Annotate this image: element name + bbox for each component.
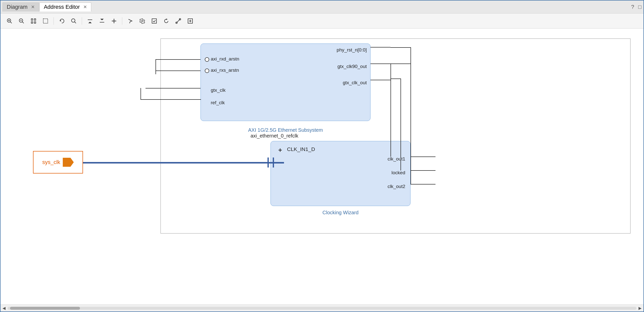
axi-port-rxd-arstn: axi_rxd_arstn: [211, 56, 239, 62]
tab-bar: Diagram ✕ Address Editor ✕ ? □: [0, 0, 644, 14]
wire-locked-h: [390, 78, 401, 79]
tab-address-editor[interactable]: Address Editor ✕: [40, 2, 91, 12]
clk-out1-label: clk_out1: [388, 156, 405, 162]
sep2: [82, 17, 82, 25]
collapse-all-button[interactable]: [85, 16, 95, 26]
select-button[interactable]: [40, 16, 50, 26]
clk-out2-label: clk_out2: [388, 184, 405, 189]
tab-diagram[interactable]: Diagram ✕: [2, 2, 39, 12]
wire-phy-rst: [370, 47, 390, 48]
wire-clk-out2-v: [410, 47, 411, 184]
svg-marker-23: [166, 18, 168, 20]
bus-connector: [268, 158, 274, 168]
canvas-area[interactable]: phy_rst_n[0:0] gtx_clk90_out gtx_clk_out…: [0, 28, 644, 304]
svg-rect-7: [31, 19, 33, 20]
refclk-label: axi_ethernet_0_refclk: [250, 133, 298, 139]
wire-clk-out1-v: [390, 64, 391, 157]
axi-port-gtx-clk90: gtx_clk90_out: [338, 64, 367, 69]
sys-clk-label: sys_clk: [42, 159, 60, 166]
zoom-in-button[interactable]: [4, 16, 14, 26]
toolbar: [0, 14, 644, 28]
plus-icon: +: [278, 146, 282, 154]
clocking-wizard-block[interactable]: + CLK_IN1_D clk_out1 locked clk_out2: [270, 141, 410, 206]
svg-point-21: [142, 20, 143, 22]
maximize-button[interactable]: □: [638, 4, 642, 10]
sys-clk-arrow: [63, 158, 74, 167]
scroll-right-button[interactable]: ▶: [638, 306, 642, 310]
tab-address-editor-label: Address Editor: [44, 4, 80, 10]
svg-rect-10: [31, 22, 33, 23]
axi-ethernet-block[interactable]: phy_rst_n[0:0] gtx_clk90_out gtx_clk_out…: [200, 44, 370, 121]
tab-diagram-close[interactable]: ✕: [31, 4, 35, 10]
locked-label: locked: [392, 170, 405, 176]
wire-clk-out1: [410, 156, 436, 157]
wire-locked: [410, 170, 436, 171]
help-button[interactable]: ?: [631, 4, 634, 10]
tab-address-editor-close[interactable]: ✕: [83, 4, 87, 10]
wire-locked-v: [400, 78, 401, 170]
bus-line: [83, 162, 273, 164]
svg-rect-8: [34, 22, 36, 23]
svg-point-13: [72, 19, 75, 22]
find-button[interactable]: [69, 16, 79, 26]
wire-gtx-clk90-out: [370, 64, 390, 64]
validate-button[interactable]: [149, 16, 159, 26]
expand-all-button[interactable]: [97, 16, 107, 26]
sys-clk-port[interactable]: sys_clk: [33, 151, 83, 174]
svg-rect-11: [43, 19, 48, 23]
axi-port-phy-rst: phy_rst_n[0:0]: [337, 47, 367, 53]
svg-rect-22: [152, 19, 156, 23]
svg-line-5: [22, 22, 24, 23]
tab-bar-controls: ? □: [631, 4, 642, 10]
wire-clk-out2-h: [390, 47, 411, 48]
axi-block-title: AXI 1G/2.5G Ethernet Subsystem: [200, 127, 370, 133]
clk-in1d-label: CLK_IN1_D: [287, 146, 315, 152]
scrollbar-thumb[interactable]: [10, 307, 80, 310]
undo-button[interactable]: [57, 16, 67, 26]
scrollbar-track[interactable]: [8, 307, 636, 310]
wire-rxd-h: [156, 59, 200, 60]
add-button[interactable]: [109, 16, 119, 26]
app-window: Diagram ✕ Address Editor ✕ ? □: [0, 0, 644, 312]
wire-rxs-h: [156, 70, 200, 71]
wire-clk-out1-h: [390, 64, 410, 64]
axi-port-ref-clk: ref_clk: [211, 100, 225, 106]
axi-port-gtx-clk-out: gtx_clk_out: [343, 80, 367, 86]
svg-rect-9: [34, 19, 36, 20]
refresh-button[interactable]: [161, 16, 171, 26]
sep1: [54, 17, 54, 25]
svg-marker-16: [88, 22, 92, 23]
port-circle-rxs: [205, 68, 209, 73]
svg-marker-12: [60, 20, 62, 21]
wire-clk-out2: [410, 184, 436, 184]
sep3: [122, 17, 122, 25]
port-circle-rxd: [205, 57, 209, 62]
clk-block-title: Clocking Wizard: [270, 210, 410, 216]
zoom-out-button[interactable]: [16, 16, 26, 26]
axi-port-gtx-clk: gtx_clk: [211, 88, 226, 93]
wire-bus-to-clk: [274, 162, 284, 164]
svg-line-14: [74, 22, 76, 23]
axi-port-rxs-arstn: axi_rxs_arstn: [211, 68, 239, 73]
wire-rxd-v: [156, 59, 156, 74]
properties-button[interactable]: [137, 16, 147, 26]
wire-gtx-clk: [146, 88, 200, 88]
svg-marker-17: [100, 19, 104, 20]
wire-ref-clk-h2: [140, 99, 201, 100]
tab-diagram-label: Diagram: [7, 4, 28, 10]
pointer-button[interactable]: [125, 16, 135, 26]
connect-button[interactable]: [173, 16, 183, 26]
wire-ref-clk-v: [140, 88, 141, 100]
scroll-left-button[interactable]: ◀: [2, 306, 6, 310]
fit-button[interactable]: [28, 16, 38, 26]
add-module-button[interactable]: [185, 16, 195, 26]
scrollbar-area: ◀ ▶: [0, 304, 644, 312]
wire-gtx-clk-out: [370, 80, 390, 80]
svg-line-1: [10, 22, 12, 23]
